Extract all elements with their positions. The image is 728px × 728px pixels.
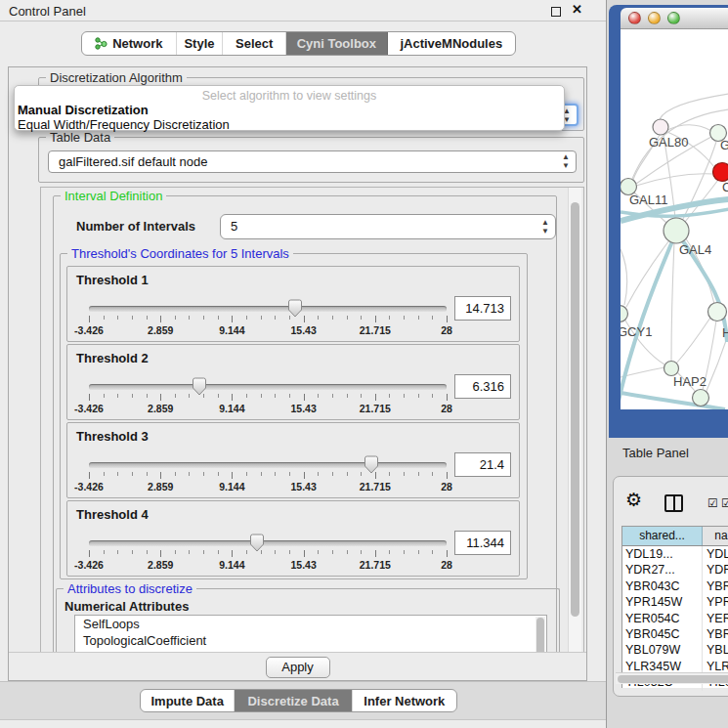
popup-option-manual-discretization[interactable]: Manual Discretization: [18, 103, 149, 117]
close-traffic-light[interactable]: [628, 12, 641, 24]
checkbox-icon[interactable]: ☑: [707, 497, 718, 509]
tab-network-label: Network: [112, 36, 162, 51]
slider-track[interactable]: [89, 540, 447, 546]
table-cell[interactable]: YDR2: [703, 562, 728, 578]
threshold-2-value[interactable]: 6.316: [454, 374, 511, 399]
network-node-gcy1[interactable]: [621, 306, 628, 322]
slider-ticks: [89, 394, 447, 402]
table-cell[interactable]: YER0: [703, 611, 728, 626]
table-data-combobox[interactable]: galFiltered.sif default node ▲▼: [48, 150, 577, 173]
threshold-3-value[interactable]: 21.4: [454, 452, 511, 477]
network-node-gal80[interactable]: [653, 119, 668, 135]
node-label: C: [722, 180, 728, 194]
slider-track[interactable]: [89, 384, 447, 390]
network-node[interactable]: [713, 163, 728, 182]
table-cell[interactable]: YDL1: [703, 546, 728, 562]
tab-select[interactable]: Select: [223, 32, 286, 55]
split-columns-icon[interactable]: [664, 494, 683, 512]
slider-ticks: [89, 316, 447, 323]
table-row[interactable]: YBR043CYBR0: [622, 578, 728, 594]
threshold-4-value[interactable]: 11.344: [454, 531, 511, 555]
table-cell[interactable]: YBR0: [703, 626, 728, 642]
table-row[interactable]: YDL19...YDL1: [622, 546, 728, 562]
table-row[interactable]: YER054CYER0: [622, 611, 728, 626]
list-item[interactable]: SelfLoops: [75, 616, 546, 632]
threshold-1-slider[interactable]: -3.4262.8599.14415.4321.71528: [89, 306, 447, 339]
popup-option-equal-width[interactable]: Equal Width/Frequency Discretization: [18, 117, 230, 132]
spinner-arrows-icon: ▲▼: [541, 218, 549, 236]
table-hscrollbar[interactable]: [616, 672, 728, 684]
slider-track[interactable]: [89, 462, 447, 468]
slider-ticks: [89, 472, 447, 480]
table-data-title: Table Data: [46, 130, 114, 145]
tab-impute-label: Impute Data: [151, 694, 224, 708]
tab-jactivemnodules[interactable]: jActiveMNodules: [388, 32, 515, 55]
tab-cyni-label: Cyni Toolbox: [297, 36, 376, 51]
threshold-1-label: Threshold 1: [76, 273, 149, 287]
algorithm-popup: Select algorithm to view settings Manual…: [14, 85, 565, 131]
threshold-3-slider[interactable]: -3.4262.8599.14415.4321.71528: [89, 462, 447, 495]
table-row[interactable]: YBR045CYBR0: [622, 626, 728, 642]
node-label: GA: [720, 138, 728, 152]
network-node-h[interactable]: [708, 303, 727, 321]
network-node-gal4[interactable]: [664, 218, 689, 243]
number-of-intervals-label: Number of Intervals: [76, 219, 195, 234]
table-cell[interactable]: YPR1: [703, 594, 728, 610]
table-hscrollbar-thumb[interactable]: [618, 675, 728, 683]
network-window-titlebar: [621, 8, 728, 29]
node-label: GAL11: [629, 193, 668, 207]
apply-button[interactable]: Apply: [266, 657, 330, 678]
checkbox-icon[interactable]: ☑: [721, 497, 728, 509]
threshold-1-value[interactable]: 14.713: [454, 296, 511, 321]
close-icon[interactable]: ✕: [572, 2, 582, 17]
table-row[interactable]: YPR145WYPR1: [622, 594, 728, 610]
tab-select-label: Select: [236, 36, 273, 51]
table-cell[interactable]: YBL0: [703, 642, 728, 658]
table-cell[interactable]: YBR0: [703, 578, 728, 594]
minimize-traffic-light[interactable]: [648, 12, 661, 24]
number-of-intervals-spinner[interactable]: 5 ▲▼: [220, 214, 556, 239]
tab-discretize-data[interactable]: Discretize Data: [235, 690, 352, 711]
tab-discretize-label: Discretize Data: [247, 694, 338, 708]
threshold-4-slider[interactable]: -3.4262.8599.14415.4321.71528: [89, 540, 447, 574]
thresholds-group: Threshold's Coordinates for 5 Intervals …: [60, 253, 528, 579]
network-icon: [95, 37, 107, 50]
table-cell[interactable]: YDL19...: [622, 546, 703, 562]
table-cell[interactable]: YER054C: [622, 611, 703, 626]
threshold-3-panel: Threshold 3 -3.4262.8599.14415.4321.7152…: [66, 422, 520, 498]
tab-style-label: Style: [184, 36, 214, 51]
settings-scrollbar-thumb[interactable]: [571, 202, 579, 617]
table-panel-title: Table Panel: [622, 446, 689, 460]
tab-style[interactable]: Style: [177, 32, 224, 55]
list-item[interactable]: TopologicalCoefficient: [75, 632, 546, 649]
zoom-traffic-light[interactable]: [667, 12, 680, 24]
threshold-3-label: Threshold 3: [76, 429, 149, 444]
table-cell[interactable]: YBR045C: [622, 626, 703, 642]
tab-impute-data[interactable]: Impute Data: [141, 690, 235, 711]
tab-network[interactable]: Network: [82, 32, 177, 55]
table-cell[interactable]: YBR043C: [622, 578, 703, 594]
tab-cyni-toolbox[interactable]: Cyni Toolbox: [286, 32, 388, 55]
discretization-algorithm-title: Discretization Algorithm: [46, 70, 187, 85]
list-scrollbar-thumb[interactable]: [536, 618, 544, 653]
gear-icon[interactable]: ⚙: [625, 491, 642, 509]
table-cell[interactable]: YBL079W: [622, 642, 703, 658]
tab-infer-network[interactable]: Infer Network: [353, 690, 456, 711]
threshold-2-slider[interactable]: -3.4262.8599.14415.4321.71528: [89, 384, 447, 417]
table-cell[interactable]: YDR27...: [622, 562, 703, 578]
threshold-2-panel: Threshold 2 -3.4262.8599.14415.4321.7152…: [66, 344, 520, 420]
settings-scrollbar[interactable]: [568, 188, 581, 652]
slider-track[interactable]: [89, 306, 447, 312]
list-scrollbar[interactable]: [535, 617, 545, 653]
network-node[interactable]: [693, 390, 709, 407]
table-panel: ⚙ ☑ ☑ shared... na YDL19...YDL1YDR27...Y…: [613, 476, 728, 697]
column-header-shared-name[interactable]: shared...: [622, 527, 703, 545]
float-window-icon[interactable]: [551, 7, 561, 17]
slider-tick-labels: -3.4262.8599.14415.4321.71528: [89, 481, 447, 493]
network-canvas[interactable]: GAL80GACGAL11GAL4GCY1HHAP2: [621, 29, 728, 409]
column-header-name[interactable]: na: [703, 527, 728, 545]
numerical-attributes-list[interactable]: SelfLoopsTopologicalCoefficientBetweenne…: [74, 615, 547, 653]
table-cell[interactable]: YPR145W: [622, 594, 703, 610]
table-row[interactable]: YBL079WYBL0: [622, 642, 728, 658]
table-row[interactable]: YDR27...YDR2: [622, 562, 728, 578]
